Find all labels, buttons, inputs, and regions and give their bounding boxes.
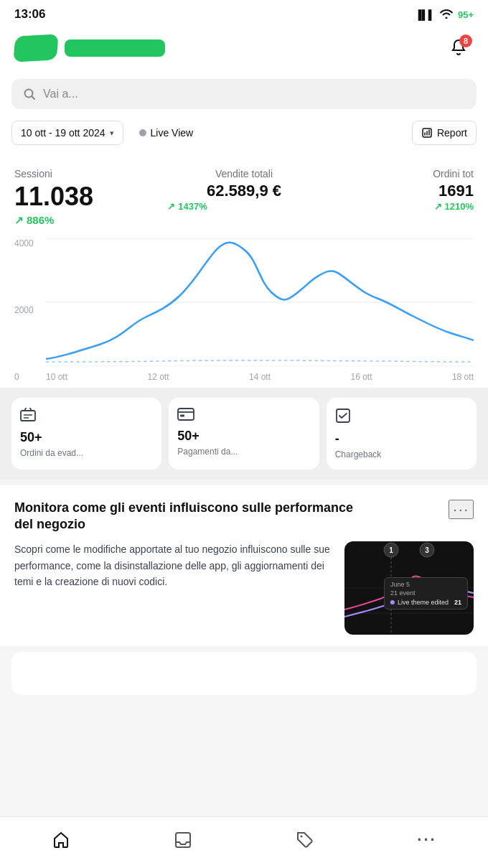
orders-arrow-icon: ↗ — [434, 201, 442, 212]
monitor-content: Scopri come le modifiche apportate al tu… — [14, 541, 474, 635]
card-ordini-icon — [20, 408, 153, 426]
sales-change: ↗ 1437% — [167, 201, 320, 212]
logo-blob — [13, 34, 59, 62]
x-label-12: 12 ott — [147, 372, 169, 382]
comparison-line — [46, 360, 474, 362]
chart-area: 4000 2000 0 10 ott 12 ott — [14, 238, 474, 382]
nav-more[interactable]: ··· — [366, 831, 488, 849]
card-chargeback-label: Chargeback — [335, 449, 468, 459]
monitor-header: Monitora come gli eventi influiscono sul… — [14, 500, 474, 533]
live-view-button[interactable]: Live View — [131, 121, 202, 144]
date-range-button[interactable]: 10 ott - 19 ott 2024 ▾ — [11, 121, 123, 145]
sessions-value: 11.038 — [14, 182, 167, 211]
x-label-16: 16 ott — [350, 372, 372, 382]
battery-icon: 95+ — [458, 9, 474, 20]
sessions-label: Sessioni — [14, 168, 167, 179]
nav-inbox[interactable] — [122, 831, 244, 849]
search-bar[interactable]: Vai a... — [11, 79, 477, 109]
card-ordini-label: Ordini da evad... — [20, 448, 153, 458]
svg-line-1 — [32, 96, 34, 99]
orders-change: ↗ 1210% — [321, 201, 474, 212]
bottom-card-stub — [11, 652, 477, 695]
controls-row: 10 ott - 19 ott 2024 ▾ Live View Report — [0, 121, 488, 157]
sales-arrow-icon: ↗ — [167, 201, 175, 212]
status-bar: 13:06 ▐▌▌ 95+ — [0, 0, 488, 26]
chart-tooltip: June 5 21 event Live theme edited 21 — [384, 577, 468, 610]
cards-row: 50+ Ordini da evad... 50+ Pagamenti da..… — [11, 398, 477, 470]
logo-area — [14, 35, 165, 61]
main-line — [46, 242, 474, 358]
header-title-blob — [65, 39, 165, 57]
live-dot-icon — [139, 129, 146, 136]
nav-home[interactable] — [0, 831, 122, 849]
chart-container: 4000 2000 0 10 ott 12 ott — [0, 227, 488, 388]
chevron-down-icon: ▾ — [110, 129, 114, 138]
status-time: 13:06 — [14, 7, 45, 22]
bottom-nav: ··· — [0, 816, 488, 868]
cards-section: 50+ Ordini da evad... 50+ Pagamenti da..… — [0, 388, 488, 480]
card-pagamenti-label: Pagamenti da... — [177, 447, 310, 457]
monitor-section: Monitora come gli eventi influiscono sul… — [0, 485, 488, 647]
tooltip-dot-icon — [390, 600, 395, 605]
date-range-label: 10 ott - 19 ott 2024 — [21, 127, 105, 139]
tooltip-label: Live theme edited — [398, 599, 449, 606]
tooltip-events: 21 event — [390, 589, 461, 597]
card-ordini[interactable]: 50+ Ordini da evad... — [11, 398, 161, 470]
x-label-18: 18 ott — [452, 372, 474, 382]
tooltip-row: Live theme edited 21 — [390, 599, 461, 606]
card-chargeback-icon — [335, 408, 468, 427]
inbox-icon — [174, 831, 192, 849]
tooltip-date: June 5 — [390, 581, 461, 588]
sales-value: 62.589,9 € — [167, 182, 320, 200]
tooltip-value: 21 — [454, 599, 461, 606]
header: 8 — [0, 26, 488, 73]
card-ordini-value: 50+ — [20, 430, 153, 445]
main-chart-svg — [46, 238, 474, 366]
notification-button[interactable]: 8 — [444, 33, 474, 63]
card-pagamenti[interactable]: 50+ Pagamenti da... — [169, 398, 319, 470]
signal-icon: ▐▌▌ — [415, 9, 435, 20]
chart-svg-area — [46, 238, 474, 366]
svg-rect-9 — [21, 411, 35, 421]
chart-y-labels: 4000 2000 0 — [14, 238, 34, 382]
arrow-up-icon: ↗ — [14, 214, 24, 227]
report-label: Report — [437, 127, 467, 139]
card-pagamenti-value: 50+ — [177, 429, 310, 444]
card-chargeback-value: - — [335, 431, 468, 447]
home-icon — [52, 831, 70, 849]
monitor-chart: 1 3 June 5 21 event Live theme edited 21 — [344, 541, 474, 635]
search-placeholder: Vai a... — [43, 88, 78, 101]
wifi-icon — [439, 9, 454, 21]
search-container: Vai a... — [0, 73, 488, 121]
svg-text:1: 1 — [389, 546, 393, 554]
orders-value: 1691 — [321, 182, 474, 200]
search-icon — [23, 88, 36, 101]
monitor-description: Scopri come le modifiche apportate al tu… — [14, 541, 333, 589]
y-label-4000: 4000 — [14, 238, 34, 248]
sales-stat: Vendite totali 62.589,9 € ↗ 1437% — [167, 168, 320, 227]
nav-tag[interactable] — [244, 831, 366, 849]
orders-stat: Ordini tot 1691 ↗ 1210% — [321, 168, 474, 227]
chart-x-labels: 10 ott 12 ott 14 ott 16 ott 18 ott — [46, 372, 474, 382]
report-button[interactable]: Report — [412, 121, 477, 145]
monitor-title: Monitora come gli eventi influiscono sul… — [14, 500, 372, 533]
svg-text:3: 3 — [425, 546, 429, 554]
x-label-10: 10 ott — [46, 372, 67, 382]
stats-grid: Sessioni 11.038 ↗ 886% Vendite totali 62… — [14, 168, 474, 227]
card-pagamenti-icon — [177, 408, 310, 424]
svg-point-24 — [301, 835, 303, 837]
sales-label: Vendite totali — [167, 168, 320, 179]
live-view-label: Live View — [151, 127, 194, 139]
y-label-0: 0 — [14, 372, 34, 382]
more-options-button[interactable]: ··· — [449, 500, 474, 519]
status-icons: ▐▌▌ 95+ — [415, 9, 474, 21]
stats-section: Sessioni 11.038 ↗ 886% Vendite totali 62… — [0, 157, 488, 227]
report-icon — [421, 127, 433, 139]
svg-rect-12 — [178, 409, 194, 420]
sessions-change: ↗ 886% — [14, 214, 167, 227]
notification-badge: 8 — [459, 34, 472, 47]
tag-icon — [296, 831, 314, 849]
svg-rect-15 — [337, 409, 349, 422]
orders-label: Ordini tot — [321, 168, 474, 179]
card-chargeback[interactable]: - Chargeback — [327, 398, 477, 470]
